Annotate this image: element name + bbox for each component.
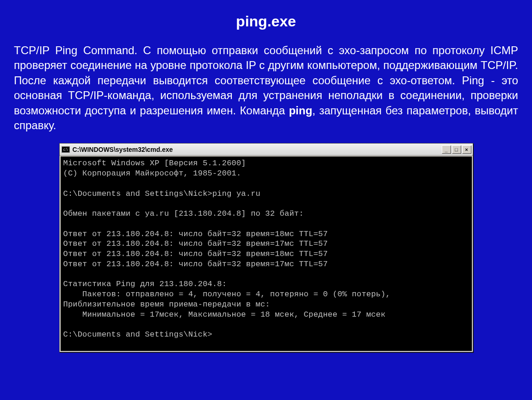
cmd-icon: c:\ [62, 146, 70, 153]
minimize-button[interactable]: _ [442, 145, 451, 154]
window-buttons: _ □ × [442, 145, 473, 154]
cmd-output: Microsoft Windows XP [Версия 5.1.2600] (… [61, 156, 472, 351]
cmd-titlebar[interactable]: c:\ C:\WINDOWS\system32\cmd.exe _ □ × [60, 144, 473, 156]
description-paragraph: TCP/IP Ping Command. С помощью отправки … [14, 43, 518, 133]
paragraph-bold-ping: ping [289, 104, 312, 117]
close-button[interactable]: × [462, 145, 471, 154]
maximize-button[interactable]: □ [452, 145, 461, 154]
cmd-window: c:\ C:\WINDOWS\system32\cmd.exe _ □ × Mi… [59, 143, 473, 352]
page-title: ping.exe [14, 13, 518, 30]
cmd-window-title: C:\WINDOWS\system32\cmd.exe [73, 146, 442, 153]
